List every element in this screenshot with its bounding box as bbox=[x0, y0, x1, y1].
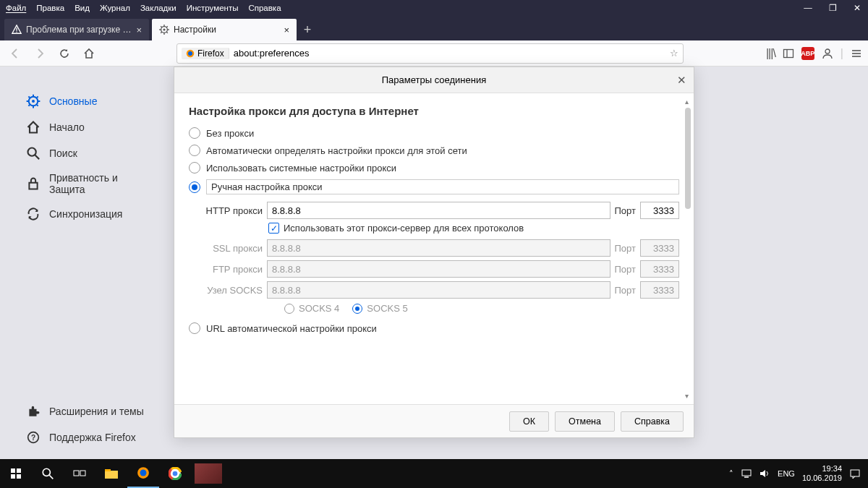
tab-inactive[interactable]: Проблема при загрузке стран × bbox=[4, 19, 149, 40]
checkbox-icon: ✓ bbox=[268, 223, 279, 234]
app-menu-icon[interactable] bbox=[851, 48, 862, 59]
radio-icon bbox=[189, 127, 200, 139]
svg-rect-0 bbox=[16, 27, 17, 30]
radio-icon bbox=[352, 304, 362, 314]
ftp-proxy-label: FTP прокси bbox=[205, 264, 263, 275]
ssl-port-input bbox=[640, 239, 679, 257]
http-port-input[interactable] bbox=[640, 202, 679, 219]
help-button[interactable]: Справка bbox=[621, 411, 684, 432]
home-button[interactable] bbox=[80, 44, 98, 63]
radio-manual-proxy[interactable]: Ручная настройка прокси bbox=[189, 176, 679, 197]
menu-file[interactable]: Файл bbox=[6, 4, 26, 12]
tray-notifications-icon[interactable] bbox=[849, 468, 861, 479]
url-text: about:preferences bbox=[234, 48, 310, 59]
gear-icon bbox=[159, 25, 169, 35]
radio-socks5: SOCKS 5 bbox=[352, 303, 407, 314]
menu-help[interactable]: Справка bbox=[248, 4, 281, 12]
radio-system-proxy[interactable]: Использовать системные настройки прокси bbox=[189, 159, 679, 176]
svg-line-9 bbox=[166, 32, 168, 33]
svg-line-8 bbox=[161, 26, 162, 27]
radio-pac-url[interactable]: URL автоматической настройки прокси bbox=[189, 320, 679, 337]
close-icon[interactable]: × bbox=[284, 25, 289, 35]
taskbar-item-explorer[interactable] bbox=[95, 459, 127, 488]
svg-point-3 bbox=[163, 28, 165, 30]
scrollbar[interactable]: ▴ ▾ bbox=[684, 98, 692, 400]
tab-active[interactable]: Настройки × bbox=[152, 19, 297, 40]
ok-button[interactable]: ОК bbox=[509, 411, 549, 432]
svg-rect-42 bbox=[80, 471, 85, 476]
tab-label: Проблема при загрузке стран bbox=[26, 25, 132, 35]
port-label: Порт bbox=[615, 285, 636, 296]
forward-button[interactable] bbox=[30, 44, 49, 63]
tray-volume-icon[interactable] bbox=[760, 468, 770, 479]
search-button[interactable] bbox=[32, 459, 64, 488]
window-restore-icon[interactable]: ❐ bbox=[827, 3, 838, 13]
dialog-title: Параметры соединения bbox=[382, 74, 486, 85]
scroll-thumb[interactable] bbox=[685, 108, 691, 209]
svg-rect-37 bbox=[11, 474, 15, 479]
radio-socks4: SOCKS 4 bbox=[284, 303, 339, 314]
svg-rect-36 bbox=[17, 468, 21, 473]
svg-point-16 bbox=[825, 49, 830, 53]
back-button[interactable] bbox=[6, 44, 25, 63]
radio-auto-detect[interactable]: Автоматически определять настройки прокс… bbox=[189, 142, 679, 159]
abp-icon[interactable]: ABP bbox=[801, 47, 814, 60]
taskbar-item-app[interactable] bbox=[191, 459, 226, 488]
radio-icon bbox=[284, 304, 294, 314]
svg-point-39 bbox=[43, 468, 50, 476]
http-proxy-input[interactable] bbox=[267, 202, 610, 219]
sidebar-toggle-icon[interactable] bbox=[783, 48, 794, 59]
window-minimize-icon[interactable]: — bbox=[803, 3, 813, 13]
scroll-up-icon[interactable]: ▴ bbox=[685, 98, 689, 106]
url-bar[interactable]: Firefox about:preferences ☆ bbox=[176, 43, 684, 64]
system-tray: ˄ ENG 19:34 10.06.2019 bbox=[729, 464, 868, 483]
window-close-icon[interactable]: ✕ bbox=[852, 3, 862, 13]
svg-point-51 bbox=[173, 471, 178, 476]
tray-network-icon[interactable] bbox=[741, 468, 752, 479]
tray-language[interactable]: ENG bbox=[778, 469, 795, 478]
menu-edit[interactable]: Правка bbox=[36, 4, 64, 12]
warning-icon bbox=[12, 25, 22, 35]
menu-tools[interactable]: Инструменты bbox=[187, 4, 239, 12]
identity-pill[interactable]: Firefox bbox=[182, 48, 229, 59]
ftp-port-input bbox=[640, 260, 679, 278]
use-for-all-checkbox[interactable]: ✓ Использовать этот прокси-сервер для вс… bbox=[268, 223, 679, 234]
svg-rect-35 bbox=[11, 468, 15, 473]
svg-point-46 bbox=[140, 470, 147, 476]
close-icon[interactable]: × bbox=[136, 25, 142, 35]
scroll-down-icon[interactable]: ▾ bbox=[685, 392, 689, 400]
ssl-proxy-input bbox=[267, 239, 610, 257]
reload-button[interactable] bbox=[55, 44, 74, 63]
svg-rect-44 bbox=[105, 469, 111, 471]
content-area: Основные Начало Поиск Приватность и Защи… bbox=[0, 67, 868, 459]
radio-icon bbox=[189, 181, 200, 193]
nav-toolbar: Firefox about:preferences ☆ |||\ ABP | bbox=[0, 40, 868, 67]
svg-rect-38 bbox=[17, 474, 21, 479]
menu-history[interactable]: Журнал bbox=[100, 4, 130, 12]
menu-view[interactable]: Вид bbox=[75, 4, 90, 12]
dialog-header: Параметры соединения ✕ bbox=[174, 67, 694, 93]
svg-rect-14 bbox=[783, 49, 793, 57]
tray-chevron-icon[interactable]: ˄ bbox=[729, 469, 733, 479]
ssl-proxy-label: SSL прокси bbox=[205, 243, 263, 254]
port-label: Порт bbox=[615, 264, 636, 275]
tray-clock[interactable]: 19:34 10.06.2019 bbox=[802, 464, 842, 483]
svg-rect-43 bbox=[105, 471, 118, 479]
taskbar-item-firefox[interactable] bbox=[127, 459, 159, 488]
svg-line-10 bbox=[166, 26, 168, 27]
http-proxy-label: HTTP прокси bbox=[205, 205, 263, 216]
tab-strip: Проблема при загрузке стран × Настройки … bbox=[0, 16, 868, 40]
account-icon[interactable] bbox=[822, 48, 833, 59]
radio-no-proxy[interactable]: Без прокси bbox=[189, 124, 679, 142]
svg-line-40 bbox=[49, 475, 53, 479]
task-view-button[interactable] bbox=[64, 459, 95, 488]
start-button[interactable] bbox=[0, 459, 32, 488]
bookmark-star-icon[interactable]: ☆ bbox=[670, 48, 678, 59]
close-icon[interactable]: ✕ bbox=[677, 74, 686, 87]
menu-bookmarks[interactable]: Закладки bbox=[140, 4, 176, 12]
taskbar-item-chrome[interactable] bbox=[159, 459, 191, 488]
library-icon[interactable]: |||\ bbox=[766, 47, 775, 60]
new-tab-button[interactable]: + bbox=[297, 19, 318, 40]
windows-taskbar: ˄ ENG 19:34 10.06.2019 bbox=[0, 459, 868, 488]
cancel-button[interactable]: Отмена bbox=[555, 411, 615, 432]
